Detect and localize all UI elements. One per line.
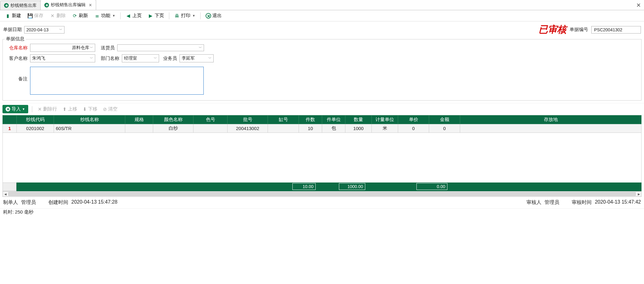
col-pieces[interactable]: 件数 [299,115,322,124]
triangle-left-icon: ◀ [126,13,131,19]
col-yarn-name[interactable]: 纱线名称 [54,115,125,124]
separator [200,12,201,19]
col-yarn-code[interactable]: 纱线代码 [17,115,54,124]
tab-yarn-sales-out-edit[interactable]: ⊕ 纱线销售出库编辑 ✕ [40,0,96,10]
print-button[interactable]: 🖶 打印 ▼ [172,12,198,20]
cell-location[interactable] [460,124,642,133]
globe-icon: ⊕ [4,3,9,8]
separator [32,106,32,112]
create-time-label: 创建时间 [48,199,68,206]
scroll-left-icon[interactable]: ◂ [3,192,8,196]
delete-icon: ✕ [50,13,55,19]
col-amount[interactable]: 金额 [429,115,460,124]
cell-code[interactable]: 0201002 [17,124,54,133]
col-batch[interactable]: 批号 [228,115,268,124]
clear-button[interactable]: ⊘ 清空 [101,105,119,113]
warehouse-combo[interactable]: 原料仓库 ﹀ [30,44,95,52]
summary-pieces: 10.00 [292,183,316,190]
move-up-button[interactable]: ⬆ 上移 [61,105,79,113]
cell-spec[interactable] [125,124,153,133]
footer: 制单人 管理员 创建时间 2020-04-13 15:47:28 审核人 管理员… [0,197,644,208]
date-value: 2020-04-13 [26,27,49,32]
tab-yarn-sales-out[interactable]: ⊕ 纱线销售出库 [0,1,41,10]
auditor-label: 审核人 [526,199,541,206]
bill-info-fieldset: 单据信息 仓库名称 原料仓库 ﹀ 送货员 ﹀ 客户名称 朱鸿飞 ﹀ 部门名称 经… [2,39,642,101]
functions-button[interactable]: ≣ 功能 ▼ [92,12,118,20]
customer-label: 客户名称 [6,56,28,61]
col-location[interactable]: 存放地 [460,115,642,124]
creator-label: 制单人 [3,199,18,206]
window-close-icon[interactable]: ✕ [636,2,641,9]
refresh-label: 刷新 [79,13,88,19]
chevron-down-icon: ▼ [112,14,115,17]
exit-button[interactable]: 退出 [203,12,224,20]
col-piece-unit[interactable]: 件单位 [322,115,345,124]
col-unit[interactable]: 计量单位 [372,115,398,124]
col-qty[interactable]: 数量 [345,115,372,124]
dept-value: 经理室 [124,56,153,61]
clear-icon: ⊘ [103,106,107,112]
separator [169,12,169,19]
cell-qty[interactable]: 1000 [345,124,372,133]
salesman-combo[interactable]: 李延军 ﹀ [180,54,214,62]
tab-label: 纱线销售出库 [11,3,37,8]
exit-label: 退出 [212,13,222,19]
create-time-value: 2020-04-13 15:47:28 [71,199,118,206]
scroll-right-icon[interactable]: ▸ [636,192,641,196]
customer-value: 朱鸿飞 [32,56,89,61]
prev-page-button[interactable]: ◀ 上页 [123,12,144,20]
cell-pieces[interactable]: 10 [299,124,322,133]
row-header-blank [3,115,17,124]
col-color-no[interactable]: 色号 [193,115,228,124]
scroll-thumb[interactable] [8,192,636,196]
delete-row-button[interactable]: ✕ 删除行 [36,105,59,113]
list-icon: ≣ [94,13,100,19]
delete-label: 删除 [56,13,66,19]
prev-label: 上页 [132,13,142,19]
cell-unit[interactable]: 米 [372,124,398,133]
refresh-button[interactable]: ⟳ 刷新 [69,12,91,20]
cell-price[interactable]: 0 [398,124,429,133]
billno-field[interactable]: PSC20041302 [591,26,641,34]
salesman-value: 李延军 [182,56,208,61]
remark-textarea[interactable] [30,67,204,95]
save-button[interactable]: 💾 保存 [25,12,46,20]
dept-label: 部门名称 [98,56,119,61]
close-icon[interactable]: ✕ [89,3,92,7]
next-page-button[interactable]: ▶ 下页 [145,12,167,20]
audit-time-value: 2020-04-13 15:47:42 [595,199,641,206]
cell-name[interactable]: 60S/TR [54,124,125,133]
clear-label: 清空 [108,106,118,112]
cell-piece-unit[interactable]: 包 [322,124,345,133]
grid: 纱线代码 纱线名称 规格 颜色名称 色号 批号 缸号 件数 件单位 数量 计量单… [0,115,644,183]
col-vat[interactable]: 缸号 [268,115,299,124]
col-spec[interactable]: 规格 [125,115,153,124]
deliverer-combo[interactable]: ﹀ [117,44,204,51]
cell-color[interactable]: 白纱 [153,124,193,133]
date-input[interactable]: 2020-04-13 ﹀ [24,26,64,34]
new-label: 新建 [12,13,21,19]
col-color-name[interactable]: 颜色名称 [153,115,193,124]
save-icon: 💾 [27,13,33,19]
chevron-down-icon: ﹀ [59,28,62,32]
cell-colorno[interactable] [193,124,228,133]
col-price[interactable]: 单价 [398,115,429,124]
refresh-icon: ⟳ [72,13,78,19]
print-label: 打印 [181,13,190,19]
tab-label: 纱线销售出库编辑 [51,2,86,8]
import-button[interactable]: ⊕ 导入 ▼ [2,105,28,113]
move-down-button[interactable]: ⬇ 下移 [81,105,99,113]
dept-combo[interactable]: 经理室 ﹀ [122,54,159,62]
horizontal-scrollbar[interactable]: ◂ ▸ [2,191,642,197]
import-label: 导入 [11,106,21,112]
audit-stamp: 已审核 [539,23,566,36]
new-button[interactable]: ▮ 新建 [2,12,24,20]
grid-header-row: 纱线代码 纱线名称 规格 颜色名称 色号 批号 缸号 件数 件单位 数量 计量单… [3,115,642,124]
cell-vat[interactable] [268,124,299,133]
customer-combo[interactable]: 朱鸿飞 ﹀ [30,54,95,62]
cell-amount[interactable]: 0 [429,124,460,133]
close-icon: ✕ [38,106,42,112]
table-row[interactable]: 1 0201002 60S/TR 白纱 200413002 10 包 1000 … [3,124,642,133]
cell-batch[interactable]: 200413002 [228,124,268,133]
delete-button[interactable]: ✕ 删除 [47,12,68,20]
